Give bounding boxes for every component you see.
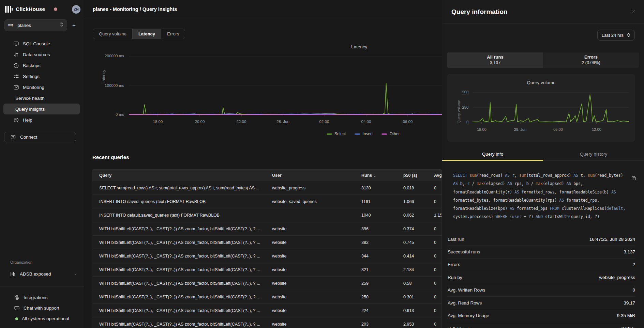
tab-query-history[interactable]: Query history [543,149,644,160]
table-body: SELECT sum(read_rows) AS r, sum(total_ro… [92,181,441,328]
column-header-avg-[interactable]: Avg. [427,173,441,178]
table-cell: 1040 [355,213,396,218]
stat-row-errors: Errors2 [448,259,635,271]
copy-icon[interactable] [631,176,636,181]
sidebar-item-sql-console[interactable]: SQL Console [3,38,80,49]
latency-x-tick: 20:00 [190,120,210,124]
sidebar-item-chat-with-support[interactable]: Chat with support [4,303,81,313]
select-chevrons-icon [627,33,630,37]
stat-value: 0 [632,287,635,293]
legend-label: Other [389,131,400,136]
sidebar-item-backups[interactable]: Backups [3,60,80,71]
stat-value: 2 [632,262,635,267]
stat-value: 9.35 MiB [617,313,635,318]
column-header-user[interactable]: User [265,173,355,178]
sidebar-item-label: Chat with support [24,306,59,311]
add-service-button[interactable]: + [70,21,78,30]
table-cell: 0.062 [396,213,427,218]
column-header-runs[interactable]: Runs⌄ [355,173,396,178]
table-cell: 382 [355,240,396,245]
table-cell: INSERT INTO default.saved_queries (text)… [92,213,265,218]
tab-query-info[interactable]: Query info [442,149,543,160]
column-header-query[interactable]: Query [92,173,265,178]
table-cell: 0 [427,322,441,327]
sql-query-text: SELECT sum(read_rows) AS r, sum(total_ro… [453,171,630,221]
sidebar-item-label: Query insights [15,107,45,112]
column-header-p50-s-[interactable]: p50 (s) [396,173,427,178]
table-row[interactable]: WITH bitShiftLeft(CAST(?..), _CAST(?..))… [92,317,441,328]
table-cell: website [265,281,355,286]
chevron-right-icon [74,272,78,276]
table-cell: 0 [427,281,441,286]
user-avatar[interactable]: ZN [72,5,80,14]
table-row[interactable]: WITH bitShiftLeft(CAST(?..), _CAST(?..))… [92,303,441,317]
latency-y-axis-title: Latency [102,70,106,83]
service-selector[interactable]: aws planes [4,19,67,31]
sidebar-item-monitoring[interactable]: Monitoring [3,82,80,93]
table-cell: 0 [427,199,441,204]
sidebar: ClickHouse ZN aws planes + SQL ConsoleDa… [0,0,84,328]
table-cell: 2.953 [396,322,427,327]
summary-tab-errors[interactable]: Errors2 (0.06%) [543,52,639,68]
sidebar-item-integrations[interactable]: Integrations [4,292,81,303]
table-cell: 0.414 [396,254,427,259]
table-cell: 0 [427,240,441,245]
table-cell: 250 [355,295,396,299]
sidebar-divider [0,286,84,286]
query-information-panel: Query information Last 24 hrs All runs3,… [442,0,644,328]
table-cell: 1.15 [427,213,441,218]
latency-y-tick: 0 ms [102,112,124,116]
query-volume-card: Query volume Query volume 0250500 18:002… [447,74,635,142]
sidebar-item-settings[interactable]: Settings [3,71,80,82]
organization-switcher[interactable]: ADSB.exposed [4,268,81,280]
backups-icon [13,63,19,68]
legend-item-select[interactable]: Select [327,131,346,136]
table-cell: WITH bitShiftLeft(CAST(?..), _CAST(?..))… [92,240,265,245]
notification-dot[interactable] [54,7,57,11]
latency-plot[interactable] [102,36,442,124]
table-cell: website_progress [265,186,355,190]
query-volume-plot[interactable] [447,74,635,127]
legend-item-other[interactable]: Other [381,131,400,136]
table-cell: 0.613 [396,308,427,313]
service-name: planes [17,23,31,28]
table-row[interactable]: INSERT INTO saved_queries (text) FORMAT … [92,194,441,208]
stat-label: Errors [448,262,460,267]
table-row[interactable]: INSERT INTO default.saved_queries (text)… [92,208,441,222]
table-row[interactable]: SELECT sum(read_rows) AS r, sum(total_ro… [92,181,441,194]
sidebar-item-data-sources[interactable]: Data sources [3,49,80,60]
close-icon[interactable] [631,10,636,14]
stat-label: Last run [448,237,464,242]
connect-icon [10,134,16,140]
table-row[interactable]: WITH bitShiftLeft(CAST(?..), _CAST(?..))… [92,222,441,235]
sidebar-item-all-systems-operational[interactable]: All systems operational [4,313,81,324]
table-row[interactable]: WITH bitShiftLeft(CAST(?..), _CAST(?..))… [92,290,441,303]
stat-value: 3,137 [624,249,635,254]
time-range-select[interactable]: Last 24 hrs [597,30,635,41]
table-row[interactable]: WITH bitShiftLeft(CAST(?..), _CAST(?..))… [92,235,441,249]
sidebar-item-query-insights[interactable]: Query insights [3,104,80,114]
table-row[interactable]: WITH bitShiftLeft(CAST(?..), _CAST(?..))… [92,276,441,290]
sidebar-item-service-health[interactable]: Service health [3,93,80,104]
stat-row-p50-latency: p50 latency0.018s [448,322,635,328]
table-row[interactable]: WITH bitShiftLeft(CAST(?..), _CAST(?..))… [92,249,441,263]
sidebar-item-help[interactable]: Help [3,114,80,125]
connect-button[interactable]: Connect [4,132,76,142]
time-range-value: Last 24 hrs [602,33,624,38]
legend-label: Select [334,131,346,136]
table-row[interactable]: WITH bitShiftLeft(CAST(?..), _CAST(?..))… [92,263,441,276]
latency-y-tick: 200000 ms [102,54,124,58]
table-cell: 0.018 [396,186,427,190]
table-cell: WITH bitShiftLeft(CAST(?..), _CAST(?..))… [92,281,265,286]
panel-title: Query information [451,8,508,16]
latency-y-tick: 100000 ms [102,83,124,88]
panel-header: Query information [442,0,644,24]
summary-tab-all-runs[interactable]: All runs3,137 [447,52,543,68]
stat-value: 16:47:25, Jun 28 2024 [589,237,635,242]
table-cell: WITH bitShiftLeft(CAST(?..), _CAST(?..))… [92,308,265,313]
legend-item-insert[interactable]: Insert [355,131,373,136]
legend-swatch [355,134,360,135]
sidebar-item-label: Help [23,118,32,123]
organization-label: Organization [10,260,32,264]
stat-label: Successful runs [448,249,480,254]
